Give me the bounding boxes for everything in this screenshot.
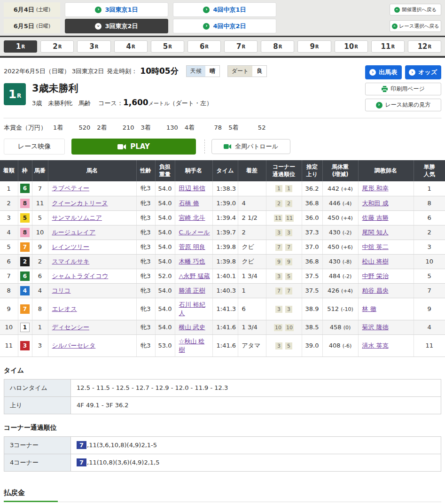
prize-amount: 520: [66, 124, 90, 131]
trainer-link[interactable]: 佐藤 吉勝: [362, 214, 389, 221]
weight-carried: 52.0: [155, 269, 175, 283]
horse-name-cell: シャムトラダイコウ: [48, 269, 136, 283]
weight-carried: 54.0: [155, 283, 175, 298]
trainer-link[interactable]: 林 徹: [362, 305, 376, 312]
trainer-link[interactable]: 清水 英克: [362, 342, 389, 349]
jockey-link[interactable]: 横山 武史: [179, 324, 205, 331]
race-tab-suffix: R: [132, 44, 135, 49]
weather-value: 晴: [205, 66, 219, 77]
meeting-button-chukyo1[interactable]: › 4回中京1日: [173, 2, 276, 17]
horse-name-link[interactable]: シャムトラダイコウ: [52, 272, 109, 279]
horse-name-link[interactable]: シルバーセレタ: [52, 342, 96, 349]
margin: 4: [238, 196, 266, 210]
waku-cell: 1: [18, 320, 32, 334]
jockey-link[interactable]: C.ルメール: [179, 229, 210, 236]
race-tab[interactable]: 1R: [4, 40, 37, 53]
horse-name-link[interactable]: コリコ: [52, 287, 71, 294]
video-camera-icon: [117, 144, 126, 149]
print-page-button[interactable]: 印刷用ページ: [365, 83, 441, 95]
entries-label: 出馬表: [379, 68, 397, 77]
race-info-line: 2022年6月5日（日曜） 3回東京2日 発走時刻： 10時05分 天候 晴 ダ…: [4, 65, 365, 77]
race-tab[interactable]: 8R: [261, 40, 294, 53]
race-tab[interactable]: 11R: [371, 40, 405, 53]
horse-name-link[interactable]: ディセンシー: [52, 324, 90, 331]
horse-weight: 484: [329, 272, 341, 279]
trainer-link[interactable]: 粕谷 昌央: [362, 287, 389, 294]
course-unit: メートル: [148, 101, 170, 107]
trainer-link[interactable]: 尾関 知人: [362, 229, 389, 236]
back-to-kaisai-button[interactable]: › 開催選択へ戻る: [390, 4, 441, 16]
trainer-link[interactable]: 中舘 英二: [362, 243, 389, 250]
corner-order-cell: 11: [266, 181, 302, 196]
payout-heading: 払戻金: [4, 488, 441, 502]
corner3-position: 1: [275, 185, 282, 192]
horse-weight: 450: [328, 243, 339, 250]
corner-order-cell: 35: [266, 334, 302, 357]
race-tab[interactable]: 4R: [114, 40, 148, 53]
horse-name-link[interactable]: レインツリー: [52, 243, 90, 250]
corner3-position: 2: [275, 200, 282, 207]
jockey-link[interactable]: 勝浦 正樹: [179, 287, 205, 294]
horse-weight-cell: 426 (+4): [322, 283, 358, 298]
jockey-link[interactable]: 木幡 巧也: [179, 258, 205, 265]
horse-weight-diff: (-4): [343, 201, 352, 207]
jockey-link[interactable]: 宮崎 北斗: [179, 214, 205, 221]
race-tab[interactable]: 5R: [151, 40, 184, 53]
jockey-cell: 横山 武史: [175, 320, 212, 334]
odds-button[interactable]: › オッズ: [405, 65, 442, 79]
horse-weight-diff: (+4): [341, 186, 353, 192]
last-3f: 38.9: [302, 298, 322, 320]
play-video-button[interactable]: PLAY: [71, 139, 196, 155]
meeting-button-tokyo2-selected[interactable]: › 3回東京2日: [65, 19, 168, 33]
race-number: 1: [8, 87, 16, 101]
trainer-link[interactable]: 松山 将樹: [362, 258, 389, 265]
jockey-link[interactable]: 石川 裕紀人: [179, 301, 205, 317]
race-tabs: 1R 2R 3R 4R 5R 6R 7R 8R 9R 10R 11R 12R: [0, 36, 445, 58]
horse-name-link[interactable]: ラブペティー: [52, 185, 90, 192]
race-tab[interactable]: 6R: [187, 40, 221, 53]
jockey-link[interactable]: 田辺 裕信: [179, 185, 205, 192]
weight-carried: 54.0: [155, 196, 175, 210]
patrol-video-button[interactable]: 全周パトロール: [211, 139, 290, 154]
back-to-race-select-button[interactable]: › レース選択へ戻る: [390, 20, 441, 32]
jockey-link[interactable]: 石橋 脩: [179, 200, 199, 207]
meeting-button-tokyo1[interactable]: › 3回東京1日: [65, 2, 168, 17]
horse-name-link[interactable]: クイーンカトリーヌ: [52, 200, 108, 207]
start-time-label: 発走時刻：: [107, 67, 137, 76]
jockey-cell: 石橋 脩: [175, 196, 212, 210]
jockey-link[interactable]: ☆秋山 稔樹: [179, 338, 205, 353]
race-tab[interactable]: 9R: [297, 40, 331, 53]
race-tab[interactable]: 12R: [408, 40, 441, 53]
col-header-time: タイム: [212, 160, 238, 181]
horse-name-link[interactable]: スマイルサキ: [52, 258, 90, 265]
horse-name-link[interactable]: サンマルソムニア: [52, 214, 102, 221]
race-title-row: 1R 3歳未勝利 3歳 未勝利牝 馬齢 コース：1,600メートル（ダート・左）: [4, 83, 365, 108]
horse-name-link[interactable]: ルージュレイア: [52, 229, 96, 236]
col-header-sex-age: 性齢: [136, 160, 155, 181]
results-guide-button[interactable]: › レース結果の見方: [365, 99, 441, 111]
race-tab[interactable]: 7R: [224, 40, 258, 53]
jockey-link[interactable]: △永野 猛蔵: [179, 272, 210, 279]
race-tab-number: 11: [381, 42, 391, 51]
meeting-button-chukyo2[interactable]: › 4回中京2日: [173, 19, 276, 33]
horse-weight: 512: [327, 305, 339, 312]
horse-name-link[interactable]: エレオス: [52, 305, 77, 312]
trainer-link[interactable]: 大和田 成: [362, 200, 389, 207]
trainer-link[interactable]: 菊沢 隆徳: [362, 324, 389, 331]
trainer-link[interactable]: 中野 栄治: [362, 272, 389, 279]
jockey-link[interactable]: 菅原 明良: [179, 243, 205, 250]
trainer-link[interactable]: 尾形 和幸: [362, 185, 389, 192]
weight-carried: 54.0: [155, 225, 175, 240]
win-popularity: 6: [414, 210, 445, 225]
race-tab[interactable]: 2R: [40, 40, 74, 53]
entries-button[interactable]: › 出馬表: [365, 65, 402, 79]
sex-age: 牝3: [136, 298, 155, 320]
video-camera-icon: [224, 144, 231, 149]
race-tab[interactable]: 3R: [77, 40, 110, 53]
trainer-cell: 菊沢 隆徳: [358, 320, 414, 334]
horse-weight: 450: [328, 214, 339, 221]
waku-badge: 6: [20, 271, 30, 281]
table-row: 4 8 10 ルージュレイア 牝3 54.0 C.ルメール 1:39.7 2 3…: [0, 225, 445, 240]
last-3f: 36.8: [302, 196, 322, 210]
race-tab[interactable]: 10R: [335, 40, 368, 53]
